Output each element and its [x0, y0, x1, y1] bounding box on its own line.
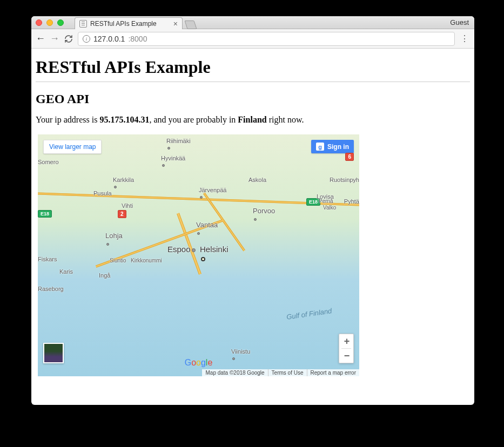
new-tab-button[interactable]: [184, 21, 197, 29]
heading-divider: [36, 82, 470, 82]
country-value: Finland: [238, 115, 266, 124]
google-g-icon: g: [316, 143, 324, 151]
road-shield-6: 6: [345, 153, 354, 161]
city-valko: Valko: [323, 205, 336, 211]
google-logo: Google: [185, 358, 213, 368]
ip-info-line: Your ip address is 95.175.104.31, and yo…: [36, 115, 470, 125]
ip-mid-text: , and you are probably in: [149, 115, 238, 124]
city-karkkila: Karkkila: [113, 177, 134, 189]
page-body: RESTful APIs Example GEO API Your ip add…: [31, 49, 474, 381]
terms-link[interactable]: Terms of Use: [268, 369, 307, 376]
url-host: 127.0.0.1: [93, 35, 125, 43]
browser-menu-button[interactable]: ⋮: [459, 33, 470, 44]
city-perna: Pernå: [319, 198, 333, 204]
city-fiskars: Fiskars: [38, 256, 57, 262]
section-heading: GEO API: [36, 92, 470, 106]
tab-strip: RESTful APIs Example ×: [75, 17, 196, 29]
site-info-icon[interactable]: i: [83, 35, 90, 43]
map-attribution: Map data ©2018 Google Terms of Use Repor…: [202, 369, 359, 376]
city-vihti: Vihti: [122, 202, 133, 209]
zoom-controls: + −: [339, 334, 354, 363]
maximize-window-button[interactable]: [57, 19, 64, 26]
city-somero: Somero: [38, 159, 59, 165]
city-raseborg: Raseborg: [38, 286, 64, 292]
map-embed[interactable]: View larger map g Sign in 6 2 E18 E18 Ri…: [38, 134, 359, 376]
map-signin-button[interactable]: g Sign in: [311, 140, 354, 153]
city-lohja: Lohja: [105, 232, 123, 248]
zoom-out-button[interactable]: −: [339, 349, 354, 363]
satellite-view-toggle[interactable]: [43, 343, 64, 363]
road-shield-2: 2: [118, 210, 126, 218]
close-window-button[interactable]: [36, 19, 42, 26]
city-pusula: Pusula: [93, 190, 112, 197]
view-larger-map-button[interactable]: View larger map: [43, 140, 102, 154]
city-pyhta: Pyhtä: [344, 198, 359, 205]
tab-title: RESTful APIs Example: [90, 20, 170, 28]
url-port: :8000: [128, 35, 147, 43]
browser-window: RESTful APIs Example × Guest ← → i 127.0…: [31, 16, 474, 405]
reload-button[interactable]: [64, 34, 73, 44]
zoom-in-button[interactable]: +: [339, 334, 354, 348]
browser-toolbar: ← → i 127.0.0.1:8000 ⋮: [31, 29, 474, 49]
city-riihimaki: Riihimäki: [166, 138, 191, 151]
minimize-window-button[interactable]: [46, 19, 53, 26]
city-karis: Karis: [59, 268, 73, 275]
city-jarvenpaa: Järvenpää: [199, 187, 226, 200]
ip-address-value: 95.175.104.31: [99, 115, 149, 124]
ip-prefix-text: Your ip address is: [36, 115, 99, 124]
city-inga: Ingå: [99, 272, 110, 279]
page-heading: RESTful APIs Example: [36, 57, 470, 77]
address-bar[interactable]: i 127.0.0.1:8000: [78, 32, 455, 46]
map-background: [38, 134, 359, 376]
signin-label: Sign in: [327, 143, 349, 151]
close-tab-button[interactable]: ×: [173, 20, 178, 28]
city-porvoo: Porvoo: [253, 207, 275, 223]
window-controls: [36, 19, 64, 26]
city-vantaa: Vantaa: [196, 221, 218, 237]
road-shield-e18: E18: [38, 210, 52, 218]
ip-suffix-text: right now.: [267, 115, 304, 124]
profile-label[interactable]: Guest: [450, 18, 469, 26]
report-error-link[interactable]: Report a map error: [307, 369, 359, 376]
city-espoo: Espoo: [167, 245, 197, 254]
city-askola: Askola: [248, 177, 266, 183]
page-icon: [79, 20, 87, 28]
city-ruotsinpyh: Ruotsinpyh: [330, 177, 359, 183]
window-titlebar: RESTful APIs Example × Guest: [31, 16, 474, 29]
city-siuntio: Siuntio: [110, 258, 126, 263]
back-button[interactable]: ←: [36, 34, 45, 44]
browser-tab[interactable]: RESTful APIs Example ×: [75, 17, 183, 29]
city-helsinki: Helsinki: [200, 245, 229, 263]
city-hyvinkaa: Hyvinkää: [161, 155, 185, 168]
forward-button[interactable]: →: [50, 34, 59, 44]
map-data-label: Map data ©2018 Google: [202, 369, 267, 376]
city-viinistu: Viinistu: [231, 348, 250, 361]
city-kirkkonummi: Kirkkonummi: [131, 258, 162, 263]
